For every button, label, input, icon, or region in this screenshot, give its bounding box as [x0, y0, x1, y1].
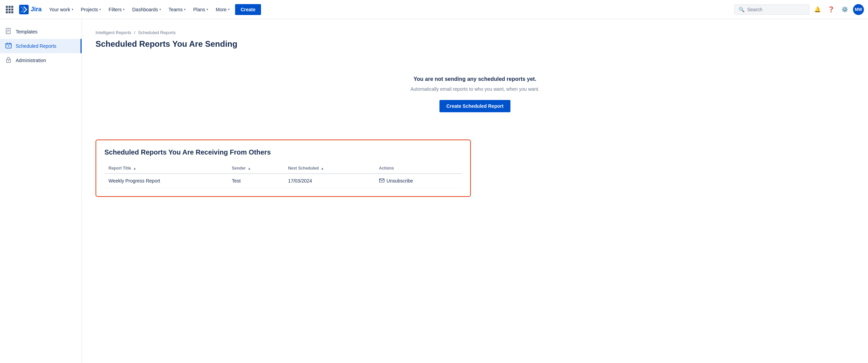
avatar[interactable]: MW: [853, 4, 864, 15]
page-title: Scheduled Reports You Are Sending: [96, 39, 854, 49]
receiving-reports-table: Report Title ▲ Sender ▲ Next Scheduled ▲: [104, 163, 462, 188]
document-icon: [5, 28, 12, 35]
topnav-right: 🔍 Search 🔔 ❓ ⚙️ MW: [734, 4, 864, 15]
calendar-icon: [5, 42, 12, 50]
sidebar-item-templates[interactable]: Templates: [0, 25, 82, 39]
chevron-down-icon: ▾: [184, 8, 186, 11]
table-header: Report Title ▲ Sender ▲ Next Scheduled ▲: [104, 163, 462, 174]
nav-your-work[interactable]: Your work ▾: [46, 5, 77, 14]
column-report-title: Report Title ▲: [104, 163, 228, 174]
nav-plans[interactable]: Plans ▾: [190, 5, 212, 14]
jira-logo-text: Jira: [31, 6, 42, 13]
main-layout: Templates Scheduled Reports: [0, 19, 868, 363]
breadcrumb-separator: /: [134, 30, 135, 35]
nav-menu: Your work ▾ Projects ▾ Filters ▾ Dashboa…: [46, 4, 733, 15]
nav-filters[interactable]: Filters ▾: [105, 5, 128, 14]
mail-icon: [379, 178, 385, 184]
sidebar: Templates Scheduled Reports: [0, 19, 82, 363]
cell-sender: Test: [228, 174, 284, 188]
empty-state-title: You are not sending any scheduled report…: [384, 76, 566, 82]
receiving-section: Scheduled Reports You Are Receiving From…: [96, 140, 471, 197]
svg-point-11: [8, 60, 9, 61]
chevron-down-icon: ▾: [99, 8, 101, 11]
sort-icon: ▲: [321, 166, 324, 170]
settings-button[interactable]: ⚙️: [839, 4, 850, 15]
chevron-down-icon: ▾: [228, 8, 230, 11]
notifications-button[interactable]: 🔔: [812, 4, 823, 15]
column-next-scheduled: Next Scheduled ▲: [284, 163, 375, 174]
jira-logo[interactable]: Jira: [19, 5, 42, 14]
main-content: Intelligent Reports / Scheduled Reports …: [82, 19, 868, 363]
create-button[interactable]: Create: [235, 4, 261, 15]
sort-icon: ▲: [248, 166, 251, 170]
empty-state-section: You are not sending any scheduled report…: [373, 60, 577, 129]
nav-teams[interactable]: Teams ▾: [165, 5, 189, 14]
chevron-down-icon: ▾: [159, 8, 161, 11]
unsubscribe-button[interactable]: Unsubscribe: [379, 178, 413, 184]
grid-icon: [6, 6, 13, 13]
nav-projects[interactable]: Projects ▾: [77, 5, 105, 14]
cell-actions: Unsubscribe: [375, 174, 462, 188]
jira-logo-icon: [19, 5, 29, 14]
sort-icon: ▲: [133, 166, 136, 170]
app-switcher-button[interactable]: [4, 4, 15, 15]
breadcrumb-intelligent-reports[interactable]: Intelligent Reports: [96, 30, 131, 35]
lock-icon: [5, 57, 12, 64]
nav-dashboards[interactable]: Dashboards ▾: [129, 5, 164, 14]
chevron-down-icon: ▾: [206, 8, 208, 11]
svg-point-9: [8, 46, 9, 47]
help-button[interactable]: ❓: [826, 4, 837, 15]
breadcrumb: Intelligent Reports / Scheduled Reports: [96, 30, 854, 35]
search-box[interactable]: 🔍 Search: [734, 4, 809, 15]
sidebar-item-administration[interactable]: Administration: [0, 53, 82, 68]
chevron-down-icon: ▾: [72, 8, 73, 11]
column-actions: Actions: [375, 163, 462, 174]
create-scheduled-report-button[interactable]: Create Scheduled Report: [439, 100, 510, 112]
breadcrumb-scheduled-reports: Scheduled Reports: [138, 30, 176, 35]
sidebar-item-scheduled-reports[interactable]: Scheduled Reports: [0, 39, 82, 53]
top-navigation: Jira Your work ▾ Projects ▾ Filters ▾ Da…: [0, 0, 868, 19]
empty-state-description: Automatically email reports to who you w…: [384, 86, 566, 92]
nav-more[interactable]: More ▾: [212, 5, 233, 14]
search-icon: 🔍: [739, 7, 744, 12]
receiving-section-title: Scheduled Reports You Are Receiving From…: [104, 148, 462, 156]
column-sender: Sender ▲: [228, 163, 284, 174]
search-placeholder: Search: [747, 7, 762, 12]
chevron-down-icon: ▾: [123, 8, 125, 11]
table-row: Weekly Progress Report Test 17/03/2024: [104, 174, 462, 188]
cell-next-scheduled: 17/03/2024: [284, 174, 375, 188]
cell-report-title: Weekly Progress Report: [104, 174, 228, 188]
